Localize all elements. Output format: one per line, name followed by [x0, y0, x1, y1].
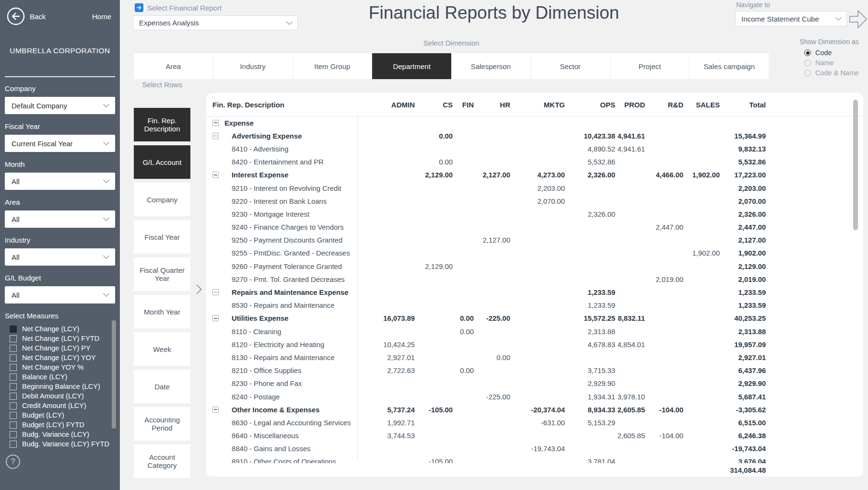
- row-description: 8840 - Gains and Losses: [206, 443, 357, 455]
- row-label: 9255 - PmtDisc. Granted - Decreases: [206, 249, 350, 257]
- home-button[interactable]: Home: [92, 12, 111, 21]
- measure-checkbox[interactable]: [10, 393, 17, 400]
- measure-checkbox[interactable]: [10, 364, 17, 371]
- filter-dropdown-g-l-budget[interactable]: All: [5, 286, 115, 303]
- rows-button-account-category[interactable]: Account Category: [134, 444, 190, 478]
- tab-sales-campaign[interactable]: Sales campaign: [690, 53, 769, 79]
- back-button[interactable]: Back: [30, 12, 46, 21]
- filter-dropdown-industry[interactable]: All: [5, 248, 115, 266]
- value-text: 2,929.90: [587, 380, 615, 387]
- measure-checkbox[interactable]: [10, 345, 17, 352]
- filter-dropdown-month[interactable]: All: [5, 173, 115, 190]
- expand-panel-chevron-icon[interactable]: [192, 284, 202, 294]
- rows-button-date[interactable]: Date: [134, 370, 190, 403]
- measure-checkbox[interactable]: [10, 421, 17, 429]
- collapse-icon[interactable]: [212, 172, 219, 178]
- row-label: 8910 - Other Costs of Operations: [206, 458, 336, 463]
- filter-dropdown-area[interactable]: All: [5, 210, 115, 228]
- navigate-arrow-icon[interactable]: [848, 7, 868, 34]
- rows-button-fiscal-quarter-year[interactable]: Fiscal Quarter Year: [134, 257, 190, 291]
- measure-checkbox[interactable]: [10, 373, 17, 381]
- tab-project[interactable]: Project: [610, 53, 690, 79]
- tab-area[interactable]: Area: [134, 53, 213, 79]
- row-description: 9230 - Mortgage Interest: [206, 208, 357, 221]
- show-dimension-option[interactable]: Code & Name: [795, 69, 863, 77]
- measure-label: Credit Amount (LCY): [22, 402, 86, 409]
- value-text: 2,447.00: [738, 223, 766, 231]
- measure-item: Net Change (LCY) PY: [10, 343, 120, 353]
- radio-icon[interactable]: [804, 70, 811, 76]
- collapse-icon[interactable]: [212, 133, 219, 139]
- measure-checkbox[interactable]: [10, 383, 17, 390]
- measure-checkbox[interactable]: [10, 441, 17, 448]
- table-row: 9210 - Interest on Revolving Credit2,203…: [206, 182, 863, 195]
- row-description: 8130 - Repairs and Maintenance: [206, 351, 357, 364]
- row-description: 9220 - Interest on Bank Loans: [206, 195, 357, 208]
- radio-icon[interactable]: [804, 49, 811, 56]
- filter-value: Current Fiscal Year: [12, 140, 104, 148]
- measures-scrollbar[interactable]: [112, 320, 116, 429]
- tab-item-group[interactable]: Item Group: [293, 53, 373, 79]
- tab-department[interactable]: Department: [372, 53, 451, 79]
- value-text: 3,781.04: [587, 458, 615, 463]
- value-text: -105.00: [429, 406, 453, 414]
- cell-value: 2,019.00: [721, 276, 767, 283]
- collapse-icon[interactable]: [212, 289, 219, 295]
- rows-button-fiscal-year[interactable]: Fiscal Year: [134, 220, 190, 254]
- value-text: 2,605.85: [617, 432, 645, 440]
- navigate-dropdown[interactable]: Income Statement Cube: [735, 11, 847, 26]
- navigate-to-label: Navigate to: [736, 1, 770, 9]
- rows-button-week[interactable]: Week: [134, 332, 190, 366]
- row-description: Repairs and Maintenance Expense: [206, 286, 357, 299]
- collapse-icon[interactable]: [212, 315, 219, 321]
- table-row: 8230 - Phone and Fax2,929.902,929.90: [206, 377, 863, 390]
- value-text: 2,127.00: [482, 171, 510, 179]
- cell-value: 6,437.96: [721, 367, 767, 374]
- value-text: 2,203.00: [738, 185, 766, 192]
- value-text: 0.00: [439, 158, 453, 166]
- table-scrollbar[interactable]: [853, 100, 858, 230]
- collapse-icon[interactable]: [212, 407, 219, 413]
- row-label: 8420 - Entertainment and PR: [206, 158, 324, 166]
- value-text: 9,832.13: [738, 145, 766, 153]
- show-dimension-option[interactable]: Name: [795, 59, 863, 67]
- row-description: 8210 - Office Supplies: [206, 364, 357, 377]
- table-body[interactable]: ExpenseAdvertising Expense0.0010,423.384…: [206, 117, 863, 463]
- measure-checkbox[interactable]: [10, 326, 17, 333]
- measures-list: Net Change (LCY)Net Change (LCY) FYTDNet…: [10, 324, 120, 449]
- show-dimension-as-label: Show Dimension as: [795, 38, 863, 46]
- grand-total-value: 314,084.48: [721, 466, 767, 474]
- row-description: 8640 - Miscellaneous: [206, 430, 357, 443]
- value-text: 3,978.10: [617, 393, 645, 401]
- value-text: 2,019.00: [738, 276, 766, 283]
- rows-button-company[interactable]: Company: [134, 183, 190, 216]
- help-icon[interactable]: ?: [6, 455, 20, 469]
- measure-item: Budget (LCY) FYTD: [10, 420, 120, 430]
- value-text: 6,437.96: [738, 367, 766, 374]
- rows-button-accounting-period[interactable]: Accounting Period: [134, 407, 190, 441]
- rows-button-month-year[interactable]: Month Year: [134, 295, 190, 328]
- value-text: 17,223.00: [734, 171, 766, 179]
- value-text: 15,364.99: [734, 132, 766, 140]
- back-icon[interactable]: [6, 7, 25, 26]
- tab-industry[interactable]: Industry: [213, 53, 293, 79]
- filter-dropdown-company[interactable]: Default Company: [5, 97, 115, 114]
- show-dimension-option[interactable]: Code: [795, 49, 863, 57]
- cell-value: 0.00: [416, 132, 454, 140]
- radio-icon[interactable]: [804, 59, 811, 66]
- measure-checkbox[interactable]: [10, 402, 17, 409]
- dimension-tabs: AreaIndustryItem GroupDepartmentSalesper…: [134, 53, 769, 79]
- measure-checkbox[interactable]: [10, 431, 17, 438]
- measure-label: Budget (LCY): [22, 411, 64, 419]
- measure-checkbox[interactable]: [10, 335, 17, 342]
- collapse-icon[interactable]: [212, 120, 219, 126]
- rows-button-g-l-account[interactable]: G/L Account: [134, 145, 190, 179]
- measure-checkbox[interactable]: [10, 412, 17, 419]
- measure-checkbox[interactable]: [10, 354, 17, 362]
- tab-sector[interactable]: Sector: [531, 53, 610, 79]
- value-text: 1,233.59: [587, 289, 615, 296]
- tab-salesperson[interactable]: Salesperson: [451, 53, 531, 79]
- cell-value: 2,927.01: [721, 354, 767, 362]
- rows-button-fin-rep-description[interactable]: Fin. Rep. Description: [134, 108, 190, 141]
- filter-dropdown-fiscal-year[interactable]: Current Fiscal Year: [5, 135, 115, 152]
